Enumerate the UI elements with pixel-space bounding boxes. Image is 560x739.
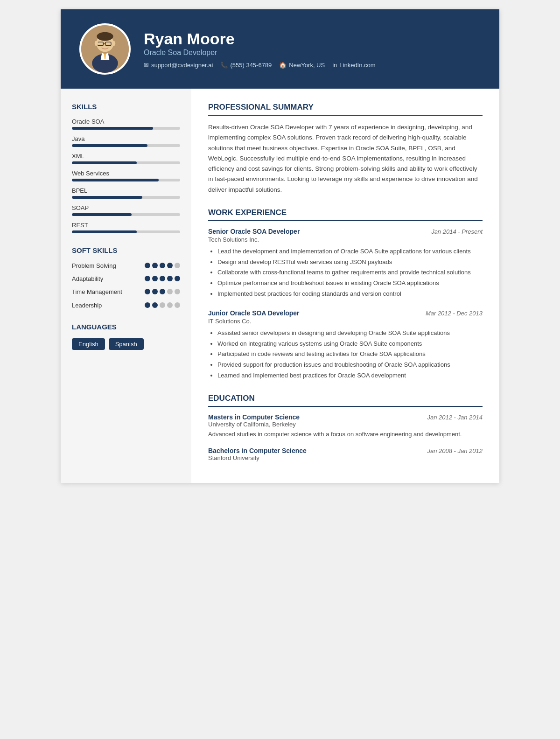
email-value: support@cvdesigner.ai — [151, 62, 213, 69]
job-bullet: Lead the development and implementation … — [217, 247, 483, 257]
phone-contact: 📞 (555) 345-6789 — [220, 62, 272, 69]
candidate-title: Oracle Soa Developer — [144, 49, 481, 57]
job-bullet: Assisted senior developers in designing … — [217, 328, 483, 338]
avatar — [79, 23, 131, 75]
dot — [152, 263, 158, 268]
dot — [167, 289, 173, 294]
skill-fill — [72, 161, 137, 164]
dots — [145, 275, 180, 281]
svg-point-2 — [97, 32, 113, 41]
skill-item: XML — [72, 153, 180, 164]
soft-skill-name: Adaptability — [72, 275, 141, 283]
job-header: Junior Oracle SOA Developer Mar 2012 - D… — [208, 309, 483, 317]
skill-bar — [72, 161, 180, 164]
candidate-name: Ryan Moore — [144, 29, 481, 49]
language-badge: English — [72, 338, 105, 350]
edu-school: Stanford University — [208, 454, 483, 461]
edu-dates: Jan 2008 - Jan 2012 — [427, 447, 483, 454]
skill-name: Java — [72, 135, 180, 142]
skill-fill — [72, 144, 147, 147]
linkedin-contact: in LinkedIn.com — [332, 62, 375, 69]
soft-skill-name: Time Management — [72, 288, 141, 296]
skill-name: XML — [72, 153, 180, 160]
dot — [145, 276, 150, 281]
skill-fill — [72, 230, 137, 233]
location-contact: 🏠 NewYork, US — [279, 62, 325, 69]
edu-school: University of California, Berkeley — [208, 421, 483, 428]
soft-skill-item: Adaptability — [72, 275, 180, 283]
job-bullet: Implemented best practices for coding st… — [217, 289, 483, 299]
skill-fill — [72, 127, 153, 130]
skill-item: REST — [72, 222, 180, 233]
location-value: NewYork, US — [289, 62, 325, 69]
location-icon: 🏠 — [279, 62, 287, 69]
soft-skill-name: Problem Solving — [72, 262, 141, 270]
summary-text: Results-driven Oracle SOA Developer with… — [208, 122, 483, 195]
edu-degree: Masters in Computer Science — [208, 413, 300, 421]
job-bullets: Assisted senior developers in designing … — [208, 328, 483, 381]
languages-list: EnglishSpanish — [72, 338, 180, 350]
job-entry: Junior Oracle SOA Developer Mar 2012 - D… — [208, 309, 483, 381]
job-bullet: Provided support for production issues a… — [217, 360, 483, 370]
dot — [175, 263, 180, 268]
sidebar: SKILLS Oracle SOA Java XML Web Services … — [61, 89, 191, 483]
education-section-title: EDUCATION — [208, 394, 483, 407]
skill-name: SOAP — [72, 204, 180, 211]
skill-name: Web Services — [72, 170, 180, 177]
skill-name: BPEL — [72, 187, 180, 194]
job-bullet: Participated in code reviews and testing… — [217, 349, 483, 359]
soft-skill-item: Problem Solving — [72, 262, 180, 270]
dots — [145, 288, 180, 294]
skill-bar — [72, 127, 180, 130]
education-entry: Bachelors in Computer Science Jan 2008 -… — [208, 447, 483, 461]
skills-list: Oracle SOA Java XML Web Services BPEL — [72, 118, 180, 233]
dot — [167, 276, 173, 281]
header-info: Ryan Moore Oracle Soa Developer ✉ suppor… — [144, 29, 481, 69]
job-entry: Senior Oracle SOA Developer Jan 2014 - P… — [208, 228, 483, 299]
skills-section-title: SKILLS — [72, 103, 180, 111]
skill-bar — [72, 230, 180, 233]
jobs-list: Senior Oracle SOA Developer Jan 2014 - P… — [208, 228, 483, 381]
dot — [160, 263, 165, 268]
edu-desc: Advanced studies in computer science wit… — [208, 430, 483, 439]
skill-item: Java — [72, 135, 180, 147]
skill-name: Oracle SOA — [72, 118, 180, 125]
dot — [152, 276, 158, 281]
job-title: Senior Oracle SOA Developer — [208, 228, 300, 235]
dot — [167, 263, 173, 268]
job-dates: Mar 2012 - Dec 2013 — [426, 310, 483, 317]
work-section-title: WORK EXPERIENCE — [208, 208, 483, 221]
dot — [160, 302, 165, 308]
main-content: PROFESSIONAL SUMMARY Results-driven Orac… — [191, 89, 499, 483]
email-contact: ✉ support@cvdesigner.ai — [144, 62, 213, 69]
dot — [145, 302, 150, 308]
svg-point-10 — [112, 41, 115, 46]
resume-body: SKILLS Oracle SOA Java XML Web Services … — [61, 89, 499, 483]
linkedin-icon: in — [332, 62, 337, 69]
summary-section-title: PROFESSIONAL SUMMARY — [208, 103, 483, 116]
soft-skills-section-title: SOFT SKILLS — [72, 246, 180, 254]
dot — [167, 302, 173, 308]
education-entry: Masters in Computer Science Jan 2012 - J… — [208, 413, 483, 439]
skill-name: REST — [72, 222, 180, 229]
skill-fill — [72, 196, 142, 199]
languages-section-title: LANGUAGES — [72, 323, 180, 331]
resume-header: Ryan Moore Oracle Soa Developer ✉ suppor… — [61, 9, 499, 89]
skill-item: Web Services — [72, 170, 180, 181]
job-header: Senior Oracle SOA Developer Jan 2014 - P… — [208, 228, 483, 235]
skill-bar — [72, 144, 180, 147]
phone-icon: 📞 — [220, 62, 228, 69]
job-title: Junior Oracle SOA Developer — [208, 309, 300, 317]
dot — [152, 302, 158, 308]
edu-degree: Bachelors in Computer Science — [208, 447, 307, 454]
edu-header: Masters in Computer Science Jan 2012 - J… — [208, 413, 483, 421]
resume-container: Ryan Moore Oracle Soa Developer ✉ suppor… — [61, 9, 499, 483]
job-bullet: Optimize performance and troubleshoot is… — [217, 279, 483, 288]
skill-item: SOAP — [72, 204, 180, 216]
skill-bar — [72, 179, 180, 181]
job-company: Tech Solutions Inc. — [208, 236, 483, 243]
edu-dates: Jan 2012 - Jan 2014 — [427, 414, 483, 421]
soft-skill-name: Leadership — [72, 301, 141, 310]
skill-fill — [72, 179, 159, 181]
dot — [160, 276, 165, 281]
